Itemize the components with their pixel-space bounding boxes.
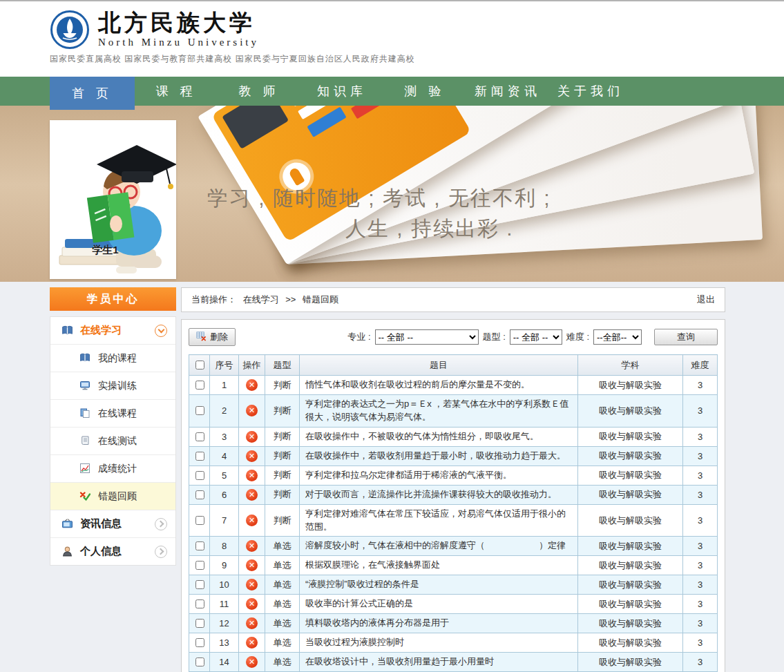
sidebar-item-online-test[interactable]: 在线测试 — [50, 428, 175, 455]
banner-slogan: 学习 , 随时随地 ; 考试 , 无往不利 ; 人生 , 持续出彩 . — [207, 183, 553, 243]
filter-major-select[interactable]: -- 全部 -- — [375, 329, 479, 345]
delete-row-icon[interactable] — [246, 515, 258, 526]
university-logo-icon — [50, 10, 90, 50]
chevron-right-icon[interactable] — [155, 518, 167, 530]
table-row: 12 单选 填料吸收塔内的液体再分布器是用于 吸收与解吸实验 3 — [189, 614, 718, 633]
chevron-down-icon[interactable] — [155, 325, 167, 337]
slogan-line-2: 人生 , 持续出彩 . — [345, 213, 553, 244]
sidebar-item-label: 我的课程 — [98, 352, 137, 365]
sidebar-item-personal-info[interactable]: 个人信息 — [50, 538, 175, 565]
sidebar-item-label: 在线测试 — [98, 435, 137, 448]
row-checkbox[interactable] — [195, 516, 204, 525]
chevron-right-icon[interactable] — [155, 546, 167, 558]
column-header-qtype: 题型 — [265, 355, 300, 376]
nav-item-about[interactable]: 关于我们 — [549, 77, 632, 106]
search-button[interactable]: 查询 — [654, 329, 718, 345]
delete-row-icon[interactable] — [246, 431, 258, 443]
tv-icon — [61, 518, 73, 530]
nav-item-home[interactable]: 首 页 — [50, 77, 135, 110]
sidebar-item-news-info[interactable]: 资讯信息 — [50, 510, 175, 538]
table-row: 11 单选 吸收率的计算公式正确的是 吸收与解吸实验 3 — [189, 595, 718, 614]
sidebar-item-score-stats[interactable]: 成绩统计 — [50, 455, 175, 483]
delete-row-icon[interactable] — [246, 540, 258, 552]
delete-row-icon[interactable] — [246, 470, 258, 481]
delete-row-icon[interactable] — [246, 450, 258, 462]
row-subject: 吸收与解吸实验 — [578, 427, 683, 446]
row-number: 11 — [210, 595, 239, 614]
delete-row-icon[interactable] — [246, 617, 258, 629]
row-checkbox[interactable] — [195, 432, 204, 441]
row-question: 根据双膜理论，在气液接触界面处 — [300, 556, 578, 575]
delete-row-icon[interactable] — [246, 405, 258, 416]
monitor-icon — [79, 380, 91, 392]
row-difficulty: 3 — [683, 556, 718, 575]
sidebar-item-label: 个人信息 — [80, 545, 122, 558]
select-all-checkbox[interactable] — [195, 361, 204, 369]
row-difficulty: 3 — [683, 575, 718, 595]
row-number: 9 — [210, 556, 239, 575]
pie-chart-graphic — [656, 106, 723, 153]
row-subject: 吸收与解吸实验 — [578, 485, 683, 504]
row-checkbox[interactable] — [195, 541, 204, 550]
nav-item-courses[interactable]: 课 程 — [135, 77, 218, 106]
row-qtype: 单选 — [265, 556, 300, 575]
row-number: 12 — [210, 614, 239, 633]
sidebar-item-wrong-questions[interactable]: 错题回顾 — [50, 483, 175, 510]
row-checkbox[interactable] — [195, 599, 204, 608]
delete-row-icon[interactable] — [246, 579, 258, 591]
content-area: 当前操作： 在线学习 >> 错题回顾 退出 删除 专业 : -- 全部 -- — [181, 287, 725, 672]
row-difficulty: 3 — [683, 504, 718, 537]
nav-item-knowledge-base[interactable]: 知识库 — [300, 77, 383, 106]
slogan-line-1: 学习 , 随时随地 ; 考试 , 无往不利 ; — [207, 183, 553, 213]
table-row: 10 单选 “液膜控制”吸收过程的条件是 吸收与解吸实验 3 — [189, 575, 718, 595]
table-row: 8 单选 溶解度较小时，气体在液相中的溶解度遵守（ ）定律 吸收与解吸实验 3 — [189, 537, 718, 556]
delete-row-icon[interactable] — [246, 489, 258, 501]
table-row: 14 单选 在吸收塔设计中，当吸收剂用量趋于最小用量时 吸收与解吸实验 3 — [189, 653, 718, 672]
book-icon — [79, 352, 91, 364]
filter-difficulty-select[interactable]: --全部-- — [593, 329, 642, 345]
delete-row-icon[interactable] — [246, 559, 258, 571]
sidebar-item-online-courses[interactable]: 在线课程 — [50, 400, 175, 428]
sidebar-item-my-courses[interactable]: 我的课程 — [50, 345, 175, 372]
sidebar-item-online-study[interactable]: 在线学习 — [50, 317, 175, 345]
row-checkbox[interactable] — [195, 580, 204, 589]
row-checkbox[interactable] — [195, 657, 204, 666]
chart-icon — [79, 463, 91, 474]
row-checkbox[interactable] — [195, 471, 204, 480]
delete-row-icon[interactable] — [246, 379, 258, 391]
row-subject: 吸收与解吸实验 — [578, 376, 683, 395]
student-name-label: 学生1 — [50, 244, 161, 257]
nav-item-quiz[interactable]: 测 验 — [383, 77, 466, 106]
row-subject: 吸收与解吸实验 — [578, 446, 683, 465]
logout-link[interactable]: 退出 — [697, 294, 715, 306]
row-checkbox[interactable] — [195, 406, 204, 415]
row-difficulty: 3 — [683, 595, 718, 614]
row-checkbox[interactable] — [195, 490, 204, 499]
row-difficulty: 3 — [683, 395, 718, 428]
row-number: 8 — [210, 537, 239, 556]
row-difficulty: 3 — [683, 427, 718, 446]
search-button-label: 查询 — [677, 331, 695, 343]
row-checkbox[interactable] — [195, 561, 204, 570]
row-checkbox[interactable] — [195, 638, 204, 647]
column-header-no: 序号 — [210, 355, 239, 376]
delete-button-label: 删除 — [210, 331, 228, 343]
delete-row-icon[interactable] — [246, 598, 258, 610]
delete-row-icon[interactable] — [246, 656, 258, 668]
sidebar-item-label: 在线课程 — [98, 407, 137, 420]
row-checkbox[interactable] — [195, 619, 204, 628]
row-subject: 吸收与解吸实验 — [578, 556, 683, 575]
nav-item-news[interactable]: 新闻资讯 — [466, 77, 549, 106]
row-checkbox[interactable] — [195, 381, 204, 390]
delete-row-icon[interactable] — [246, 637, 258, 649]
student-center-header[interactable]: 学员中心 — [50, 287, 176, 311]
row-qtype: 判断 — [265, 376, 300, 395]
nav-item-teachers[interactable]: 教 师 — [218, 77, 300, 106]
row-checkbox[interactable] — [195, 452, 204, 461]
delete-button[interactable]: 删除 — [189, 328, 236, 346]
filter-qtype-select[interactable]: -- 全部 -- — [510, 329, 562, 345]
scroll-icon — [79, 435, 91, 447]
table-row: 7 判断 亨利定律对难溶气体在常压下较适应，对易溶气体仅适用于很小的范围。 吸收… — [189, 504, 718, 537]
breadcrumb-separator: >> — [285, 294, 296, 305]
sidebar-item-practice-training[interactable]: 实操训练 — [50, 372, 175, 400]
